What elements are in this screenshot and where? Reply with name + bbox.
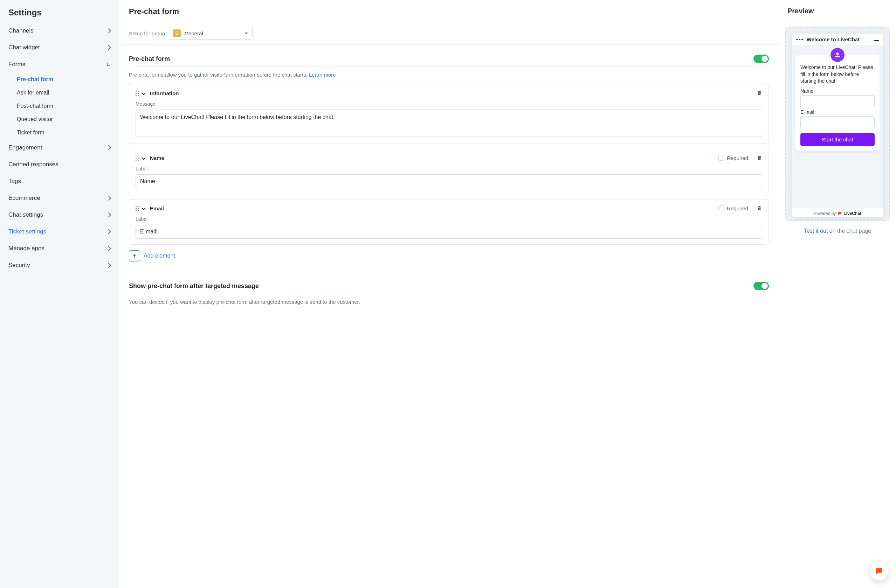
section-title: Show pre-chat form after targeted messag… [129,283,259,290]
sidebar-sub-prechat-form[interactable]: Pre-chat form [17,73,119,86]
settings-title: Settings [0,6,119,23]
card-name: Name Required Label [129,149,769,194]
sidebar-item-chat-settings[interactable]: Chat settings [0,207,119,223]
chevron-down-icon[interactable] [142,91,145,95]
field-label: Label [136,166,762,172]
field-label: Label [136,216,762,222]
section-help: Pre-chat forms allow you to gather visit… [129,67,769,84]
name-label-input[interactable] [136,174,762,188]
sidebar-item-label: Engagement [8,144,42,151]
section-prechat-form: Pre-chat form Pre-chat forms allow you t… [119,45,779,268]
preview-start-chat-button: Start the chat [800,133,875,146]
avatar-icon [830,48,844,62]
sidebar-item-ticket-settings[interactable]: Ticket settings [0,223,119,240]
sidebar-item-chat-widget[interactable]: Chat widget [0,39,119,56]
sidebar-sub-queued-visitor[interactable]: Queued visitor [17,113,119,126]
sidebar-item-label: Ecommerce [8,194,40,202]
required-checkbox[interactable] [718,205,724,211]
required-label: Required [727,155,748,161]
chevron-right-icon [106,196,111,201]
sidebar-item-label: Chat settings [8,211,43,219]
preview-powered-by: Powered by LiveChat [792,207,883,217]
preview-chat-widget: ••• Welcome to LiveChat Welcome to our L… [792,33,883,217]
main-column: Pre-chat form Setup for group G General … [119,0,779,588]
card-information: Information Message [129,84,769,144]
sidebar-sub-ask-email[interactable]: Ask for email [17,86,119,99]
chevron-right-icon [106,28,111,33]
chevron-down-icon[interactable] [142,156,145,160]
chevron-right-icon [106,45,111,50]
preview-cta: Test it out on the chat page [785,221,890,234]
preview-email-label: E-mail: [800,109,875,115]
sidebar-item-forms[interactable]: Forms [0,56,119,73]
section-title: Pre-chat form [129,55,170,63]
chevron-right-icon [106,145,111,150]
trash-icon[interactable] [757,205,762,211]
trash-icon[interactable] [757,90,762,96]
field-label: Message [136,101,762,107]
group-badge: G [173,29,181,37]
drag-handle-icon[interactable] [136,155,139,161]
after-targeted-toggle[interactable] [753,282,769,290]
sidebar-sub-postchat-form[interactable]: Post-chat form [17,99,119,113]
group-select[interactable]: G General [170,27,253,40]
sidebar-item-channels[interactable]: Channels [0,23,119,39]
sidebar-item-security[interactable]: Security [0,257,119,274]
add-element-label[interactable]: Add element [143,253,175,259]
sidebar-item-label: Canned responses [8,161,58,168]
sidebar-item-label: Security [8,262,30,269]
chevron-right-icon [106,229,111,234]
preview-column: Preview ••• Welcome to LiveChat [779,0,896,588]
required-label: Required [727,205,748,211]
preview-name-label: Name: [800,88,875,94]
ellipsis-icon: ••• [796,36,804,43]
settings-sidebar: Settings Channels Chat widget Forms Pre-… [0,0,119,588]
sidebar-item-label: Forms [8,61,25,68]
page-header: Pre-chat form [119,0,779,22]
group-row: Setup for group G General [119,22,779,45]
sidebar-item-label: Channels [8,27,34,34]
card-email: Email Required Label [129,199,769,245]
add-element-button[interactable]: + [129,250,140,261]
caret-down-icon [244,33,248,34]
chevron-right-icon [106,246,111,251]
sidebar-item-label: Manage apps [8,245,44,252]
test-it-out-link[interactable]: Test it out [804,228,828,234]
chat-title: Welcome to LiveChat [807,36,871,43]
chat-fab[interactable] [870,562,888,580]
email-label-input[interactable] [136,225,762,239]
card-title: Information [150,90,179,96]
preview-frame: ••• Welcome to LiveChat Welcome to our L… [785,27,890,221]
sidebar-item-label: Ticket settings [8,228,46,235]
sidebar-item-manage-apps[interactable]: Manage apps [0,240,119,257]
sidebar-item-ecommerce[interactable]: Ecommerce [0,190,119,207]
group-name: General [184,30,241,36]
sidebar-item-label: Chat widget [8,44,40,51]
livechat-icon [837,211,842,216]
sidebar-item-tags[interactable]: Tags [0,173,119,190]
sidebar-item-label: Tags [8,178,21,185]
drag-handle-icon[interactable] [136,206,139,211]
section-help: You can decide if you want to display pr… [129,294,769,311]
preview-header: Preview [779,0,896,21]
preview-title: Preview [788,7,888,15]
trash-icon[interactable] [757,155,762,161]
drag-handle-icon[interactable] [136,91,139,96]
prechat-toggle[interactable] [753,55,769,63]
sidebar-sub-ticket-form[interactable]: Ticket form [17,126,119,139]
chevron-down-icon [107,63,110,66]
page-title: Pre-chat form [129,7,769,16]
sidebar-item-engagement[interactable]: Engagement [0,139,119,156]
chevron-down-icon[interactable] [142,206,145,210]
learn-more-link[interactable]: Learn more [309,72,336,78]
required-checkbox[interactable] [718,155,724,161]
message-textarea[interactable] [136,109,762,137]
chevron-right-icon [106,263,111,268]
card-title: Name [150,155,164,161]
sidebar-item-canned-responses[interactable]: Canned responses [0,156,119,173]
preview-email-input [800,116,875,128]
preview-message: Welcome to our LiveChat! Please fill in … [800,64,875,85]
section-after-targeted: Show pre-chat form after targeted messag… [119,268,779,318]
preview-name-input [800,95,875,107]
card-title: Email [150,205,164,211]
